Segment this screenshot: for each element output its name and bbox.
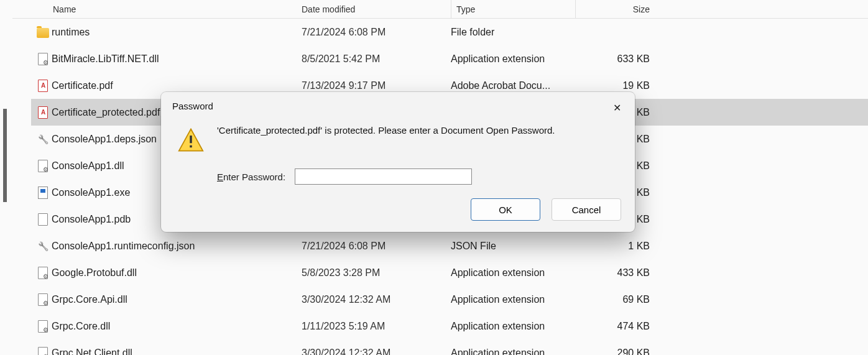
file-type: JSON File xyxy=(451,241,581,252)
file-name: Certificate.pdf xyxy=(52,80,302,91)
file-size: 19 KB xyxy=(581,80,659,91)
file-size: 290 KB xyxy=(581,348,659,356)
pdf-icon xyxy=(38,106,48,119)
dialog-title: Password xyxy=(161,92,635,118)
warning-icon xyxy=(177,126,205,154)
file-type: Application extension xyxy=(451,267,581,279)
file-date: 1/11/2023 5:19 AM xyxy=(302,321,451,332)
password-dialog: Password ✕ 'Certificate_protected.pdf' i… xyxy=(161,92,635,232)
file-row[interactable]: BitMiracle.LibTiff.NET.dll8/5/2021 5:42 … xyxy=(31,45,868,72)
file-type: Application extension xyxy=(451,348,581,356)
file-date: 7/21/2024 6:08 PM xyxy=(302,27,451,38)
file-date: 5/8/2023 3:28 PM xyxy=(302,267,451,279)
column-header-type[interactable]: Type xyxy=(451,0,575,19)
file-date: 7/13/2024 9:17 PM xyxy=(302,80,451,91)
file-icon xyxy=(38,213,48,226)
exe-icon xyxy=(38,187,48,199)
column-header-name[interactable]: Name xyxy=(31,4,302,14)
file-date: 3/30/2024 12:32 AM xyxy=(302,294,451,305)
password-input[interactable] xyxy=(295,168,472,185)
cancel-button[interactable]: Cancel xyxy=(552,198,621,221)
file-row[interactable]: Grpc.Core.Api.dll3/30/2024 12:32 AMAppli… xyxy=(31,286,868,313)
json-icon xyxy=(37,241,49,252)
dll-icon xyxy=(38,267,48,279)
file-name: runtimes xyxy=(52,27,302,38)
svg-rect-2 xyxy=(190,145,192,147)
file-type: Application extension xyxy=(451,53,581,65)
file-type: Application extension xyxy=(451,321,581,332)
file-name: Grpc.Core.Api.dll xyxy=(52,294,302,305)
scroll-indicator xyxy=(3,109,7,202)
file-name: Grpc.Net.Client.dll xyxy=(52,348,302,356)
file-size: 69 KB xyxy=(581,294,659,305)
folder-icon xyxy=(37,28,49,38)
file-size: 433 KB xyxy=(581,267,659,279)
column-headers: Name Date modified Type Size xyxy=(12,0,868,19)
file-size: 633 KB xyxy=(581,53,659,65)
dialog-close-button[interactable]: ✕ xyxy=(607,98,626,117)
dll-icon xyxy=(38,347,48,356)
pdf-icon xyxy=(38,80,48,92)
file-row[interactable]: Grpc.Net.Client.dll3/30/2024 12:32 AMApp… xyxy=(31,339,868,355)
file-type: File folder xyxy=(451,27,581,38)
dll-icon xyxy=(38,293,48,306)
file-size: 474 KB xyxy=(581,321,659,332)
file-date: 3/30/2024 12:32 AM xyxy=(302,348,451,356)
column-header-date[interactable]: Date modified xyxy=(302,4,451,14)
file-type: Adobe Acrobat Docu... xyxy=(451,80,581,91)
close-icon: ✕ xyxy=(613,102,621,114)
file-date: 7/21/2024 6:08 PM xyxy=(302,241,451,252)
file-name: Grpc.Core.dll xyxy=(52,321,302,332)
password-label: Enter Password: xyxy=(217,172,285,182)
file-type: Application extension xyxy=(451,294,581,305)
file-date: 8/5/2021 5:42 PM xyxy=(302,53,451,65)
svg-rect-1 xyxy=(190,136,192,143)
dll-icon xyxy=(38,320,48,333)
file-row[interactable]: runtimes7/21/2024 6:08 PMFile folder xyxy=(31,19,868,45)
dll-icon xyxy=(38,53,48,65)
file-row[interactable]: Google.Protobuf.dll5/8/2023 3:28 PMAppli… xyxy=(31,259,868,286)
ok-button[interactable]: OK xyxy=(471,198,540,221)
file-row[interactable]: ConsoleApp1.runtimeconfig.json7/21/2024 … xyxy=(31,233,868,259)
dll-icon xyxy=(38,160,48,172)
file-name: BitMiracle.LibTiff.NET.dll xyxy=(52,53,302,65)
file-name: Google.Protobuf.dll xyxy=(52,267,302,279)
dialog-message: 'Certificate_protected.pdf' is protected… xyxy=(217,122,555,154)
file-size: 1 KB xyxy=(581,241,659,252)
json-icon xyxy=(37,134,49,145)
file-name: ConsoleApp1.runtimeconfig.json xyxy=(52,241,302,252)
column-header-size[interactable]: Size xyxy=(575,0,656,19)
file-row[interactable]: Grpc.Core.dll1/11/2023 5:19 AMApplicatio… xyxy=(31,313,868,339)
